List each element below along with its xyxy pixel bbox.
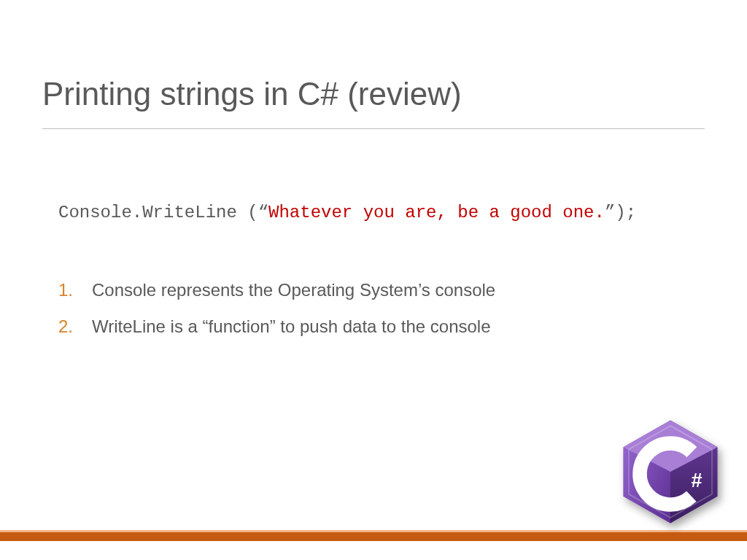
code-example: Console.WriteLine (“Whatever you are, be… (58, 203, 636, 222)
list-item: Console represents the Operating System’… (58, 280, 495, 300)
list-item: WriteLine is a “function” to push data t… (58, 316, 495, 337)
title-underline (42, 128, 705, 129)
slide-title: Printing strings in C# (review) (42, 76, 462, 112)
code-prefix: Console.WriteLine (“ (58, 203, 268, 222)
csharp-logo-icon: # (616, 417, 725, 526)
footer-accent-bar (0, 532, 747, 541)
logo-hash: # (692, 470, 703, 491)
code-suffix: ”); (605, 203, 636, 222)
bullet-list: Console represents the Operating System’… (58, 280, 495, 353)
slide: Printing strings in C# (review) Console.… (0, 0, 747, 560)
code-string-literal: Whatever you are, be a good one. (268, 203, 605, 222)
